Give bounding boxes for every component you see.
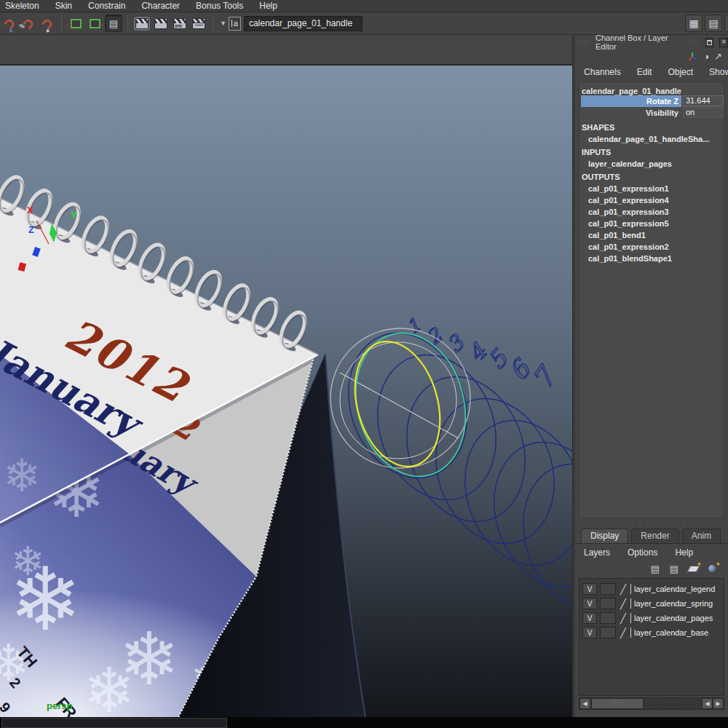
menu-bonus-tools[interactable]: Bonus Tools — [188, 1, 251, 11]
layer-name[interactable]: layer_calendar_base — [634, 628, 708, 637]
layer-list: V ╱ layer_calendar_legend V ╱ layer_cale… — [579, 578, 724, 696]
manipulator-speed-icon[interactable]: ↗ — [714, 51, 722, 62]
axis-x-label: X — [27, 205, 33, 215]
layer-row[interactable]: V ╱ layer_calendar_spring — [582, 596, 722, 611]
output-node-name[interactable]: cal_p01_blendShape1 — [579, 253, 724, 264]
scroll-left-icon[interactable]: ◀ — [579, 698, 590, 709]
tab-render[interactable]: Render — [631, 529, 678, 544]
panel-drag-handle[interactable]: ····· ····· — [575, 39, 590, 45]
output-connections-icon[interactable]: → — [86, 15, 103, 32]
tool-settings-toggle-icon[interactable]: ▤ — [705, 15, 722, 32]
scroll-left-end-icon[interactable]: ◀ — [702, 698, 713, 709]
menu-constrain[interactable]: Constrain — [80, 1, 133, 11]
panel-drag-handle[interactable]: ····· ····· — [685, 39, 700, 45]
rotate-z-value-field[interactable]: 31.644 — [683, 95, 724, 106]
layer-visibility-toggle[interactable]: V — [582, 612, 597, 624]
channel-box-toggle-icon[interactable]: ▦ — [724, 15, 728, 32]
scrollbar-thumb[interactable]: ····· ····· — [591, 698, 644, 709]
layer-editor-tabs: Display Render Anim — [581, 529, 721, 544]
channel-row-rotate-z[interactable]: Rotate Z 31.644 — [579, 95, 724, 107]
selection-name-field[interactable] — [244, 16, 363, 31]
attribute-editor-toggle-icon[interactable]: ▦ — [685, 15, 703, 32]
menu-options[interactable]: Options — [628, 547, 657, 558]
layer-name[interactable]: layer_calendar_legend — [634, 585, 715, 593]
output-node-name[interactable]: cal_p01_expression1 — [579, 183, 724, 194]
absolute-transform-icon[interactable]: a — [229, 17, 241, 31]
tab-display[interactable]: Display — [581, 529, 628, 544]
viewport-3d[interactable]: 1234567 ❄❄❄❄❄❄❄ 2012 January TH 2 9 FR — [0, 66, 572, 717]
visibility-value-field[interactable]: on — [683, 107, 724, 118]
construction-history-icon[interactable]: ▤ — [105, 15, 122, 32]
layer-visibility-toggle[interactable]: V — [582, 598, 597, 609]
range-slider-segment[interactable] — [1, 718, 227, 728]
layer-color-swatch-icon[interactable]: ╱ — [619, 628, 628, 638]
render-settings-icon[interactable] — [190, 15, 207, 32]
layer-visibility-toggle[interactable]: V — [582, 627, 597, 638]
status-line-toolbar: → → ▤ IPR ▼ a ▦ ▤ ▦ — [0, 12, 728, 35]
layer-divider — [630, 628, 631, 638]
move-layer-up-icon[interactable]: ▤↑ — [648, 562, 662, 575]
output-node-name[interactable]: cal_p01_expression4 — [579, 194, 724, 206]
render-view-icon[interactable] — [133, 15, 151, 32]
tab-anim[interactable]: Anim — [682, 529, 721, 544]
snap-to-grids-icon[interactable] — [1, 15, 18, 32]
snap-to-points-icon[interactable] — [39, 15, 56, 32]
input-node-name[interactable]: layer_calendar_pages — [579, 158, 724, 170]
hyperbolic-speed-icon[interactable]: ◑ — [703, 51, 709, 62]
layer-horizontal-scrollbar[interactable]: ◀ ····· ····· ◀ ▶ — [579, 697, 724, 710]
layer-color-swatch-icon[interactable]: ╱ — [619, 598, 628, 609]
render-current-frame-icon[interactable] — [152, 15, 170, 32]
layer-divider — [630, 613, 631, 623]
layer-visibility-toggle[interactable]: V — [582, 583, 597, 595]
maya-application-window: Skeleton Skin Constrain Character Bonus … — [0, 0, 728, 728]
channel-box-list: calendar_page_01_handle Rotate Z 31.644 … — [579, 82, 724, 518]
menu-skeleton[interactable]: Skeleton — [0, 1, 47, 11]
output-node-name[interactable]: cal_p01_expression3 — [579, 206, 724, 218]
ipr-render-icon[interactable]: IPR — [171, 15, 189, 32]
menu-help[interactable]: Help — [251, 1, 285, 11]
layer-name[interactable]: layer_calendar_pages — [634, 614, 713, 622]
move-layer-down-icon[interactable]: ▤↓ — [667, 562, 681, 575]
layer-row[interactable]: V ╱ layer_calendar_legend — [582, 582, 722, 596]
manipulator-axis-icon[interactable] — [687, 51, 698, 62]
menu-channels[interactable]: Channels — [584, 67, 621, 77]
scrollbar-track[interactable] — [644, 698, 702, 709]
output-node-name[interactable]: cal_p01_bend1 — [579, 229, 724, 241]
toolbar-separator — [61, 15, 62, 31]
new-layer-from-selected-icon[interactable]: ✦ — [705, 562, 719, 575]
menu-show[interactable]: Show — [709, 67, 728, 77]
camera-label: persp — [47, 700, 72, 711]
axis-y-label: Y — [71, 210, 77, 221]
menu-character[interactable]: Character — [133, 1, 188, 11]
scroll-right-icon[interactable]: ▶ — [713, 698, 724, 709]
menu-skin[interactable]: Skin — [47, 1, 80, 11]
field-mode-dropdown-icon[interactable]: ▼ — [220, 20, 226, 27]
menu-edit[interactable]: Edit — [637, 67, 652, 77]
layer-editor-toolbar: ▤↑ ▤↓ ✦ ✦ — [648, 562, 719, 575]
channel-row-visibility[interactable]: Visibility on — [579, 107, 724, 119]
panel-close-icon[interactable]: × — [719, 38, 728, 47]
output-node-name[interactable]: cal_p01_expression2 — [579, 241, 724, 253]
layer-row[interactable]: V ╱ layer_calendar_pages — [582, 611, 722, 625]
layer-row[interactable]: V ╱ layer_calendar_base — [582, 625, 722, 640]
input-connections-icon[interactable]: → — [67, 15, 84, 32]
layer-color-swatch-icon[interactable]: ╱ — [619, 584, 628, 595]
layer-name[interactable]: layer_calendar_spring — [634, 599, 713, 608]
layer-type-toggle[interactable] — [600, 583, 616, 595]
menu-layers[interactable]: Layers — [584, 547, 610, 558]
toolbar-separator — [213, 15, 213, 31]
layer-type-toggle[interactable] — [600, 627, 616, 638]
snowflake-icon: ❄ — [3, 449, 41, 502]
layer-type-toggle[interactable] — [600, 598, 616, 609]
layer-type-toggle[interactable] — [600, 612, 616, 624]
layer-color-swatch-icon[interactable]: ╱ — [619, 613, 628, 624]
output-node-name[interactable]: cal_p01_expression5 — [579, 218, 724, 229]
menu-layer-help[interactable]: Help — [675, 547, 693, 558]
new-empty-layer-icon[interactable]: ✦ — [686, 562, 700, 575]
sidebar-toggle-buttons: ▦ ▤ ▦ — [683, 15, 728, 32]
panel-restore-icon[interactable] — [705, 38, 714, 47]
outputs-section-header: OUTPUTS — [579, 171, 724, 183]
menu-object[interactable]: Object — [668, 67, 693, 77]
snap-to-curves-icon[interactable] — [20, 15, 37, 32]
shape-node-name[interactable]: calendar_page_01_handleSha... — [579, 133, 724, 145]
